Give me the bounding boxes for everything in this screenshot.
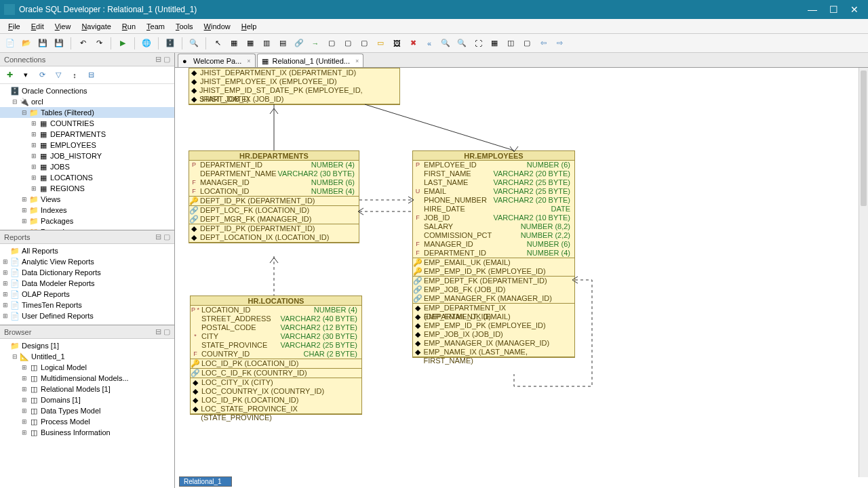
expand-icon[interactable]: ⊞ (20, 429, 28, 436)
sort-icon[interactable]: ↕ (68, 68, 81, 82)
tree-row[interactable]: ⊞▦COUNTRIES (0, 118, 174, 129)
menu-run[interactable]: Run (117, 21, 141, 32)
expand-icon[interactable]: ⊞ (20, 196, 28, 203)
pointer-icon[interactable]: ↖ (210, 36, 225, 51)
tree-row[interactable]: ⊞◫Logical Model (0, 362, 174, 373)
zoom-out-icon[interactable]: 🔍 (454, 36, 469, 51)
tree-row[interactable]: ⊞◫Relational Models [1] (0, 384, 174, 394)
tree-row[interactable]: ⊞📁Procedures (0, 226, 174, 230)
add-connection-icon[interactable]: ✚ (3, 68, 16, 82)
box2-icon[interactable]: ▢ (340, 36, 355, 51)
tree-row[interactable]: ⊞▦JOB_HISTORY (0, 150, 174, 161)
view-icon[interactable]: ▦ (243, 36, 258, 51)
layout2-icon[interactable]: ◫ (503, 36, 518, 51)
tree-row[interactable]: ⊞▦LOCATIONS (0, 172, 174, 183)
link-icon[interactable]: 🔗 (292, 36, 307, 51)
expand-icon[interactable]: ⊞ (20, 364, 28, 371)
tree-row[interactable]: ⊞📄Data Modeler Reports (0, 278, 174, 289)
maximize-panel-icon[interactable]: ▢ (163, 232, 170, 241)
note-icon[interactable]: ▭ (373, 36, 388, 51)
expand-icon[interactable]: ⊟ (11, 353, 19, 360)
tree-row[interactable]: ⊞◫Data Types Model (0, 405, 174, 416)
entity-table[interactable]: HR.EMPLOYEESPEMPLOYEE_IDNUMBER (6)FIRST_… (412, 150, 575, 358)
maximize-panel-icon[interactable]: ▢ (163, 327, 170, 336)
find-icon[interactable]: 🔍 (186, 36, 201, 51)
tree-row[interactable]: ⊞📄TimesTen Reports (0, 300, 174, 310)
tree-row[interactable]: ⊞📄OLAP Reports (0, 289, 174, 300)
zoom-in-icon[interactable]: 🔍 (438, 36, 453, 51)
expand-icon[interactable]: ⊞ (20, 228, 28, 230)
expand-icon[interactable]: ⊞ (20, 407, 28, 414)
arrow-icon[interactable]: → (308, 36, 323, 51)
tree-row[interactable]: 📁Designs [1] (0, 340, 174, 351)
tree-row[interactable]: ⊞📁Views (0, 194, 174, 205)
minimize-panel-icon[interactable]: ⊟ (155, 55, 161, 64)
expand-icon[interactable]: ⊞ (1, 269, 9, 276)
close-button[interactable]: ✕ (850, 4, 859, 15)
tree-row[interactable]: ⊞▦DEPARTMENTS (0, 129, 174, 140)
open-icon[interactable]: 📂 (19, 36, 34, 51)
tree-row[interactable]: ⊞▦JOBS (0, 161, 174, 172)
fit-icon[interactable]: ⛶ (471, 36, 486, 51)
tree-row[interactable]: ⊟📐Untitled_1 (0, 351, 174, 362)
expand-icon[interactable]: ⊞ (20, 218, 28, 224)
reports-tree[interactable]: 📁All Reports⊞📄Analytic View Reports⊞📄Dat… (0, 244, 174, 325)
new-icon[interactable]: 📄 (3, 36, 18, 51)
tree-row[interactable]: ⊞▦REGIONS (0, 183, 174, 194)
diagram-canvas[interactable]: ◆JHIST_DEPARTMENT_IX (DEPARTMENT_ID)◆JHI… (175, 68, 868, 488)
diagram-status-tab[interactable]: Relational_1 (179, 476, 232, 487)
expand-icon[interactable]: ⊞ (1, 291, 9, 298)
expand-icon[interactable]: ⊞ (20, 207, 28, 214)
entity-table[interactable]: ◆JHIST_DEPARTMENT_IX (DEPARTMENT_ID)◆JHI… (189, 68, 400, 105)
expand-icon[interactable]: ⊞ (30, 152, 38, 159)
menu-file[interactable]: File (3, 21, 26, 32)
tree-row[interactable]: 📁All Reports (0, 245, 174, 256)
expand-icon[interactable]: ⊞ (30, 174, 38, 181)
minimize-panel-icon[interactable]: ⊟ (155, 232, 161, 241)
expand-icon[interactable]: ⊞ (20, 386, 28, 392)
expand-icon[interactable]: ⊞ (20, 418, 28, 425)
maximize-panel-icon[interactable]: ▢ (163, 55, 170, 64)
tree-row[interactable]: ⊞📁Packages (0, 216, 174, 226)
expand-icon[interactable]: ⊟ (11, 98, 19, 105)
entity-table[interactable]: HR.DEPARTMENTSPDEPARTMENT_IDNUMBER (4)DE… (189, 150, 359, 243)
connections-tree[interactable]: 🗄️Oracle Connections⊟🔌orcl⊟📁Tables (Filt… (0, 84, 174, 230)
expand-icon[interactable]: ⊞ (1, 280, 9, 287)
debug-icon[interactable]: 🌐 (139, 36, 154, 51)
expand-icon[interactable]: ⊞ (30, 131, 38, 138)
minimize-panel-icon[interactable]: ⊟ (155, 327, 161, 336)
tree-row[interactable]: ⊞◫Multidimensional Models... (0, 373, 174, 384)
delete-icon[interactable]: ✖ (406, 36, 420, 51)
menu-team[interactable]: Team (141, 21, 170, 32)
window-icon[interactable]: ▢ (519, 36, 534, 51)
layout1-icon[interactable]: ▦ (487, 36, 502, 51)
tree-row[interactable]: ⊞📄Analytic View Reports (0, 256, 174, 267)
filter-icon[interactable]: ▽ (52, 68, 65, 82)
tree-row[interactable]: ⊞📁Indexes (0, 205, 174, 216)
minimize-button[interactable]: — (808, 4, 817, 15)
tree-row[interactable]: ⊞▦EMPLOYEES (0, 140, 174, 150)
undo-icon[interactable]: ↶ (75, 36, 90, 51)
refresh-icon[interactable]: ⟳ (35, 68, 49, 82)
box3-icon[interactable]: ▢ (357, 36, 372, 51)
tree-row[interactable]: ⊞📄Data Dictionary Reports (0, 267, 174, 278)
sql-icon[interactable]: 🗄️ (163, 36, 178, 51)
run-icon[interactable]: ▶ (115, 36, 130, 51)
expand-icon[interactable]: ⊞ (20, 375, 28, 382)
back-icon[interactable]: « (422, 36, 437, 51)
tree-row[interactable]: ⊞◫Business Information (0, 427, 174, 438)
tab[interactable]: ●Welcome Pa...× (178, 54, 256, 67)
expand-icon[interactable]: ⊞ (20, 396, 28, 403)
dropdown-icon[interactable]: ▾ (19, 68, 33, 82)
split-icon[interactable]: ▥ (259, 36, 274, 51)
prev-icon[interactable]: ⇦ (536, 36, 551, 51)
redo-icon[interactable]: ↷ (92, 36, 106, 51)
expand-icon[interactable]: ⊟ (20, 109, 28, 116)
menu-view[interactable]: View (50, 21, 77, 32)
save-all-icon[interactable]: 💾 (52, 36, 66, 51)
next-icon[interactable]: ⇨ (552, 36, 567, 51)
expand-icon[interactable]: ⊞ (30, 163, 38, 170)
entity-table[interactable]: HR.LOCATIONSP *LOCATION_IDNUMBER (4)STRE… (190, 296, 362, 415)
save-icon[interactable]: 💾 (35, 36, 50, 51)
tree-row[interactable]: ⊞◫Process Model (0, 416, 174, 427)
